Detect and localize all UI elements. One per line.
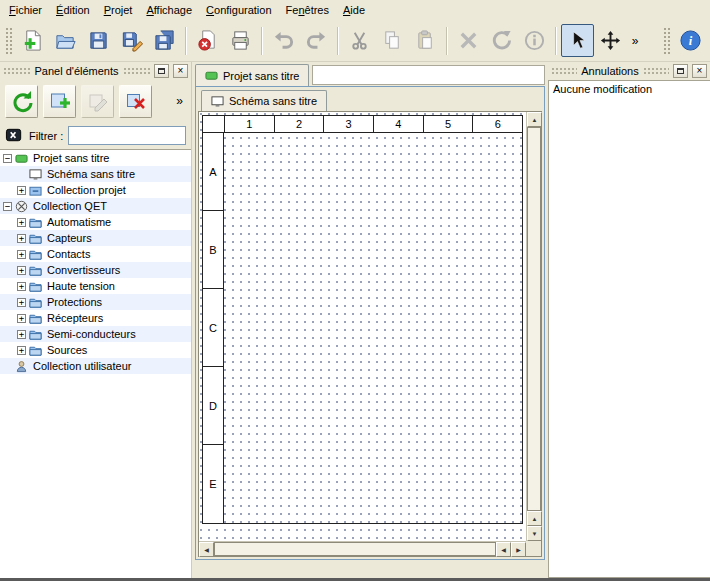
folder-icon	[29, 327, 43, 341]
menu-fichier[interactable]: Fichier	[2, 1, 49, 19]
new-element-button[interactable]	[43, 85, 76, 118]
tree-item-projet-sans-titre[interactable]: −Projet sans titre	[0, 150, 191, 166]
tree-item-contacts[interactable]: +Contacts	[0, 246, 191, 262]
elements-panel-float-button[interactable]	[154, 64, 169, 78]
tree-item-label: Collection projet	[47, 184, 126, 196]
delete-button[interactable]	[452, 24, 485, 57]
expand-toggle[interactable]: +	[17, 330, 26, 339]
scroll-up-button[interactable]: ▲	[527, 112, 542, 127]
copy-icon	[381, 29, 404, 52]
tree-item-recepteurs[interactable]: +Récepteurs	[0, 310, 191, 326]
scroll-left-button[interactable]: ◀	[199, 542, 214, 557]
toolbar-grip[interactable]	[662, 26, 670, 55]
tree-item-convertisseurs[interactable]: +Convertisseurs	[0, 262, 191, 278]
copy-button[interactable]	[376, 24, 409, 57]
reload-icon	[10, 89, 34, 113]
menu-affichage[interactable]: Affichage	[139, 1, 199, 19]
edit-element-button[interactable]	[81, 85, 114, 118]
undo-panel-float-button[interactable]	[673, 64, 688, 78]
clear-filter-button[interactable]	[5, 126, 24, 145]
menu-aide[interactable]: Aide	[336, 1, 372, 19]
collapse-toggle[interactable]: −	[3, 202, 12, 211]
tree-item-automatisme[interactable]: +Automatisme	[0, 214, 191, 230]
tree-item-collection-projet[interactable]: +Collection projet	[0, 182, 191, 198]
scroll-up-icon: ▲	[532, 117, 538, 123]
collapse-toggle[interactable]: −	[3, 154, 12, 163]
elements-panel-close-button[interactable]: ×	[173, 64, 188, 78]
tree-item-sources[interactable]: +Sources	[0, 342, 191, 358]
toolbar-overflow-button[interactable]: »	[627, 24, 643, 57]
drag-handle[interactable]	[551, 67, 577, 75]
horizontal-scrollbar[interactable]: ◀ ◀ ▶	[199, 541, 526, 556]
save-as-button[interactable]	[115, 24, 148, 57]
tree-item-collection-qet[interactable]: −Collection QET	[0, 198, 191, 214]
scroll-left-button-alt[interactable]: ◀	[496, 542, 511, 557]
vertical-scroll-thumb[interactable]	[527, 127, 541, 511]
redo-button[interactable]	[300, 24, 333, 57]
tree-item-label: Projet sans titre	[33, 152, 109, 164]
tree-item-collection-utilisateur[interactable]: Collection utilisateur	[0, 358, 191, 374]
save-all-button[interactable]	[148, 24, 181, 57]
menu-edition[interactable]: Édition	[49, 1, 97, 19]
schema-canvas[interactable]: 123456 ABCDE	[199, 112, 526, 541]
project-tab[interactable]: Projet sans titre	[195, 64, 309, 86]
expand-toggle[interactable]: +	[17, 298, 26, 307]
undo-list-item[interactable]: Aucune modification	[549, 81, 710, 97]
expand-toggle[interactable]: +	[17, 346, 26, 355]
tree-item-schema-sans-titre[interactable]: Schéma sans titre	[0, 166, 191, 182]
print-button[interactable]	[224, 24, 257, 57]
menu-configuration[interactable]: Configuration	[199, 1, 278, 19]
expand-toggle[interactable]: +	[17, 314, 26, 323]
grid-corner	[203, 116, 224, 133]
scroll-right-button[interactable]: ▶	[511, 542, 526, 557]
qet-icon	[15, 199, 29, 213]
drag-handle[interactable]	[3, 67, 30, 75]
close-file-button[interactable]	[191, 24, 224, 57]
delete-element-button[interactable]	[119, 85, 152, 118]
new-file-button[interactable]	[16, 24, 49, 57]
conductor-info-button[interactable]	[518, 24, 551, 57]
schema-tab[interactable]: Schéma sans titre	[201, 90, 327, 111]
tree-item-label: Convertisseurs	[47, 264, 120, 276]
expand-toggle[interactable]: +	[17, 234, 26, 243]
cut-icon	[348, 29, 371, 52]
reload-button[interactable]	[5, 85, 38, 118]
toolbar-grip[interactable]	[4, 26, 12, 55]
row-header-b: B	[203, 211, 223, 289]
cut-button[interactable]	[343, 24, 376, 57]
expand-toggle[interactable]: +	[17, 186, 26, 195]
undo-button[interactable]	[267, 24, 300, 57]
expand-toggle[interactable]: +	[17, 282, 26, 291]
drag-handle[interactable]	[643, 67, 669, 75]
undo-panel-close-button[interactable]: ×	[692, 64, 707, 78]
elements-tree: −Projet sans titreSchéma sans titre+Coll…	[0, 149, 191, 578]
horizontal-scroll-thumb[interactable]	[214, 542, 496, 556]
rotate-button[interactable]	[485, 24, 518, 57]
tree-item-haute-tension[interactable]: +Haute tension	[0, 278, 191, 294]
save-button[interactable]	[82, 24, 115, 57]
folder-icon	[29, 263, 43, 277]
drag-handle[interactable]	[123, 67, 150, 75]
tree-item-semi-conducteurs[interactable]: +Semi-conducteurs	[0, 326, 191, 342]
tree-item-protections[interactable]: +Protections	[0, 294, 191, 310]
tree-item-capteurs[interactable]: +Capteurs	[0, 230, 191, 246]
filter-input[interactable]	[68, 126, 186, 145]
undo-panel-titlebar: Annulations ×	[548, 62, 710, 80]
scroll-up-button-alt[interactable]: ▲	[527, 511, 542, 526]
about-button[interactable]: i	[674, 24, 707, 57]
tree-item-label: Collection utilisateur	[33, 360, 131, 372]
elements-toolbar-overflow-button[interactable]: »	[173, 94, 186, 108]
delete-icon	[457, 29, 480, 52]
pan-mode-button[interactable]	[594, 24, 627, 57]
paste-button[interactable]	[409, 24, 442, 57]
select-mode-button[interactable]	[561, 24, 594, 57]
open-file-button[interactable]	[49, 24, 82, 57]
scroll-down-button[interactable]: ▼	[527, 526, 542, 541]
expand-toggle[interactable]: +	[17, 250, 26, 259]
menu-fenetres[interactable]: Fenêtres	[279, 1, 336, 19]
menu-projet[interactable]: Projet	[97, 1, 140, 19]
vertical-scrollbar[interactable]: ▲ ▲ ▼	[526, 112, 541, 541]
expand-toggle[interactable]: +	[17, 266, 26, 275]
expand-toggle[interactable]: +	[17, 218, 26, 227]
open-file-icon	[54, 29, 77, 52]
